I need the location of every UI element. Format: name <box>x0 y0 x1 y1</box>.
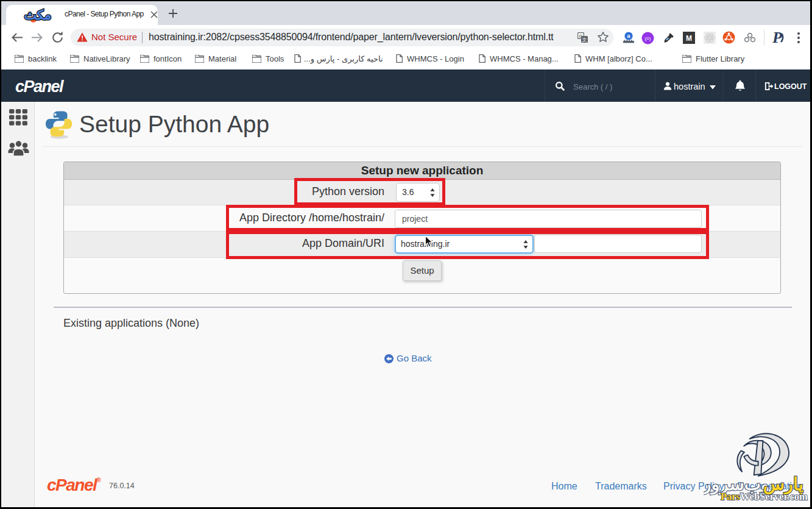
svg-text:M: M <box>686 34 692 43</box>
svg-text:a: a <box>627 32 630 39</box>
svg-text:文: 文 <box>582 37 587 43</box>
svg-text:Pars: Pars <box>721 491 741 502</box>
svg-text:مكث: مكث <box>24 7 52 23</box>
svg-text:WebServer.com: WebServer.com <box>740 491 808 502</box>
svg-text:(≡): (≡) <box>645 36 651 41</box>
svg-text:P: P <box>772 30 783 46</box>
